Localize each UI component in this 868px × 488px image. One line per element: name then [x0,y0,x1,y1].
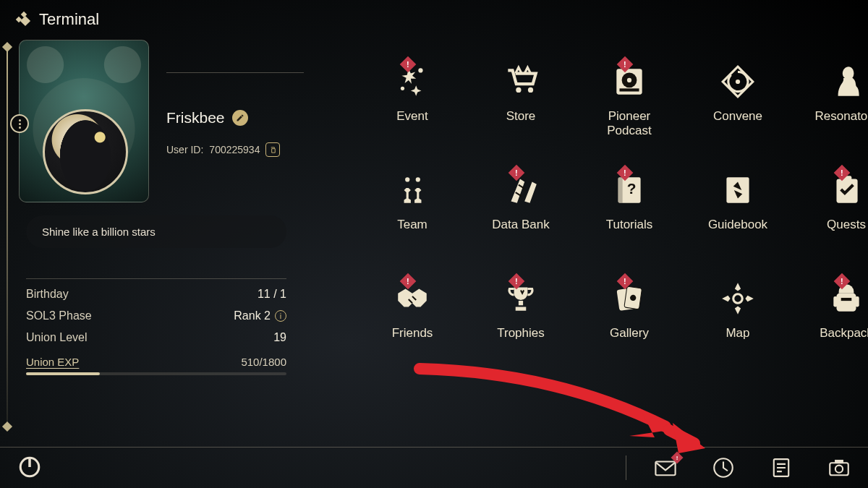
menu-item-label: Trophies [497,326,545,341]
level-label: Union Level [26,331,88,344]
profile-options-button[interactable] [10,114,29,133]
compass-book-icon [716,170,760,210]
menu-item-gallery[interactable]: Gallery [579,275,680,383]
svg-rect-2 [20,16,30,26]
menu-item-friends[interactable]: Friends [362,275,463,383]
player-name: Friskbee [166,109,225,127]
bottom-divider [0,447,868,448]
menu-item-label: Resonators [815,109,868,124]
menu-item-convene[interactable]: Convene [687,58,788,166]
level-value: 19 [273,331,286,344]
databank-icon [499,170,542,210]
menu-item-label: Backpack [820,326,868,341]
menu-item-quests[interactable]: Quests [796,166,868,275]
menu-item-label: PioneerPodcast [607,109,651,139]
stat-exp: Union EXP 510/1800 [26,356,286,368]
menu-item-label: Convene [713,109,762,124]
stat-birthday[interactable]: Birthday 11 / 1 [26,283,286,305]
tray-mail-button[interactable] [651,453,680,482]
header: Terminal [14,10,99,29]
tray-time-button[interactable] [709,453,738,482]
bottom-tray [626,453,854,482]
menu-item-label: Tutorials [606,218,653,232]
stats-panel: Birthday 11 / 1 SOL3 Phase Rank 2 i Unio… [26,278,286,375]
stat-level: Union Level 19 [26,327,286,348]
menu-item-pioneer-podcast[interactable]: PioneerPodcast [579,58,680,166]
menu-item-label: Team [397,218,427,232]
left-rail-ornament [7,43,8,430]
menu-item-data-bank[interactable]: Data Bank [470,166,571,275]
alert-badge [671,452,684,464]
record-icon [608,61,651,102]
menu-item-team[interactable]: Team [362,166,463,275]
user-id-label: User ID: [166,144,203,155]
book-q-icon [608,170,651,210]
menu-item-label: Event [396,109,427,124]
menu-item-trophies[interactable]: Trophies [470,275,571,383]
tray-notice-button[interactable] [767,453,796,482]
tray-camera-button[interactable] [825,453,854,482]
menu-item-tutorials[interactable]: Tutorials [579,166,680,275]
phase-label: SOL3 Phase [26,309,92,322]
stat-phase: SOL3 Phase Rank 2 i [26,305,286,327]
menu-item-resonators[interactable]: Resonators [796,58,868,166]
phase-value: Rank 2 [234,309,271,322]
menu-item-label: Map [726,326,749,341]
birthday-label: Birthday [26,288,69,301]
signature-field[interactable]: Shine like a billion stars [26,215,286,248]
sparkle-icon [391,61,434,102]
menu-item-label: Gallery [610,326,649,341]
copy-id-button[interactable] [265,142,280,157]
menu-item-label: Store [506,109,536,124]
svg-marker-5 [673,423,705,453]
silhouette-icon [825,61,868,102]
menu-item-map[interactable]: Map [687,275,788,383]
avatar[interactable] [43,109,128,194]
phase-info-button[interactable]: i [275,310,286,322]
menu-item-guidebook[interactable]: Guidebook [687,166,788,275]
checklist-icon [825,170,868,210]
handshake-icon [391,278,434,319]
birthday-value: 11 / 1 [258,288,286,301]
menu-item-label: Friends [392,326,433,341]
cards-icon [608,278,651,319]
name-block: Friskbee User ID: 700225934 [166,72,304,157]
exp-bar [26,372,286,375]
menu-item-store[interactable]: Store [470,58,571,166]
chess-icon [391,170,434,210]
menu-item-backpack[interactable]: Backpack [796,275,868,383]
power-button[interactable] [16,453,43,481]
menu-item-label: Quests [827,218,866,232]
exp-value: 510/1800 [241,356,286,368]
menu-item-label: Data Bank [492,218,549,232]
exp-bar-fill [26,372,100,375]
user-id-value: 700225934 [209,144,260,155]
menu-item-label: Guidebook [708,218,767,232]
exp-label: Union EXP [26,356,79,368]
profile-card[interactable] [19,40,149,202]
trophy-icon [499,278,542,319]
terminal-icon [14,11,32,28]
compass-icon [716,278,760,319]
diamond-swirl-icon [716,61,760,102]
menu-grid: Event Store PioneerPodcast Convene Reson… [362,58,868,383]
backpack-icon [825,278,868,319]
page-title: Terminal [39,10,99,29]
tray-divider [626,455,626,480]
edit-name-button[interactable] [232,110,248,126]
cart-icon [499,61,542,102]
menu-item-event[interactable]: Event [362,58,463,166]
